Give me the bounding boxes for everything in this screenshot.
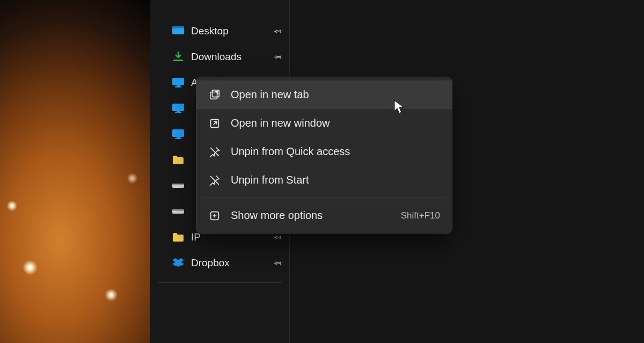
svg-rect-9	[172, 129, 184, 137]
svg-rect-16	[210, 92, 217, 99]
sidebar-separator	[158, 282, 282, 283]
ctx-unpin-start[interactable]: Unpin from Start	[196, 166, 452, 194]
ctx-open-new-window[interactable]: Open in new window	[196, 109, 452, 137]
dropbox-icon	[172, 257, 185, 269]
more-options-icon	[208, 209, 221, 222]
ctx-shortcut: Shift+F10	[401, 210, 440, 221]
svg-rect-17	[212, 90, 219, 97]
mouse-cursor	[394, 100, 406, 115]
ctx-item-label: Open in new tab	[231, 89, 309, 101]
monitor-icon	[172, 103, 185, 114]
unpin-icon	[208, 145, 221, 158]
svg-rect-6	[172, 104, 184, 111]
sidebar-item-downloads[interactable]: Downloads	[150, 44, 289, 70]
pin-icon	[274, 259, 282, 267]
svg-rect-4	[177, 85, 180, 86]
sidebar-item-label: Dropbox	[191, 257, 230, 269]
unpin-icon	[208, 174, 221, 187]
monitor-icon	[172, 128, 185, 140]
context-menu: Open in new tab Open in new window Unpin…	[196, 77, 452, 233]
download-icon	[172, 51, 185, 63]
new-window-icon	[208, 117, 221, 130]
ctx-show-more-options[interactable]: Show more options Shift+F10	[196, 201, 452, 230]
folder-icon	[172, 154, 185, 166]
drive-icon	[172, 206, 185, 217]
desktop-icon	[172, 25, 185, 37]
pin-icon	[274, 233, 282, 241]
sidebar-item-label: Downloads	[191, 51, 241, 63]
svg-rect-1	[172, 26, 184, 28]
sidebar-item-dropbox[interactable]: Dropbox	[150, 250, 289, 276]
ctx-open-new-tab[interactable]: Open in new tab	[196, 81, 452, 109]
svg-rect-7	[177, 111, 180, 112]
ctx-item-label: Unpin from Start	[231, 174, 309, 186]
ctx-unpin-quick-access[interactable]: Unpin from Quick access	[196, 137, 452, 166]
svg-rect-2	[173, 60, 183, 61]
svg-rect-11	[175, 138, 181, 139]
ctx-separator	[202, 198, 447, 198]
desktop-wallpaper	[0, 0, 150, 343]
monitor-icon	[172, 77, 185, 89]
svg-rect-15	[172, 209, 184, 211]
svg-rect-8	[175, 112, 181, 113]
svg-rect-10	[177, 137, 180, 138]
new-tab-icon	[208, 89, 221, 101]
svg-rect-3	[172, 78, 184, 85]
svg-rect-13	[172, 184, 184, 185]
pin-icon	[274, 53, 282, 61]
svg-rect-5	[175, 86, 181, 87]
folder-icon	[172, 231, 185, 243]
sidebar-item-desktop[interactable]: Desktop	[150, 18, 289, 44]
drive-icon	[172, 180, 185, 192]
pin-icon	[274, 27, 282, 35]
ctx-item-label: Open in new window	[231, 117, 330, 129]
ctx-item-label: Show more options	[231, 209, 323, 222]
sidebar-item-label: Desktop	[191, 25, 229, 37]
ctx-item-label: Unpin from Quick access	[231, 145, 350, 158]
